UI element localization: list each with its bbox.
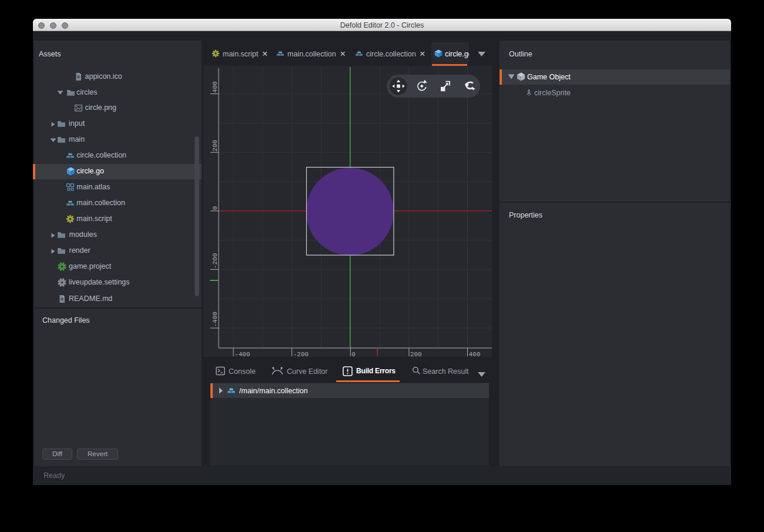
svg-text:400: 400 [469,351,481,357]
svg-text:-200: -200 [212,253,219,268]
svg-text:0: 0 [212,206,219,210]
svg-text:-400: -400 [212,312,219,327]
svg-text:-200: -200 [293,351,309,357]
svg-text:200: 200 [212,140,219,152]
svg-text:0: 0 [351,351,356,357]
svg-text:400: 400 [212,81,219,93]
svg-text:-400: -400 [234,351,250,357]
svg-text:200: 200 [410,351,422,357]
